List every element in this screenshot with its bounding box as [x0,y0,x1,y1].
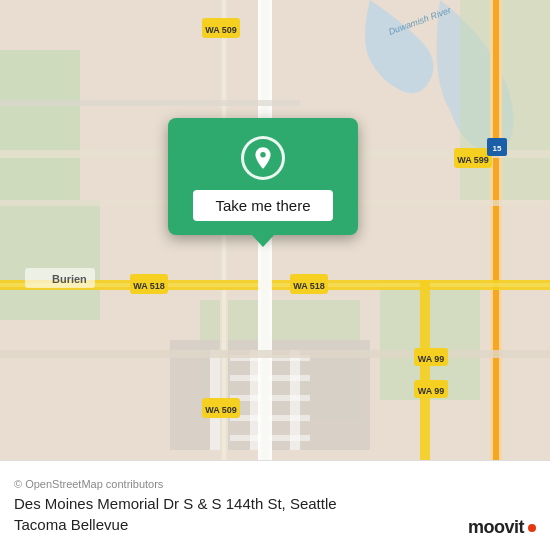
svg-text:WA 99: WA 99 [418,386,445,396]
bottom-bar: © OpenStreetMap contributors Des Moines … [0,460,550,550]
svg-text:WA 99: WA 99 [418,354,445,364]
location-pin-icon [241,136,285,180]
svg-rect-22 [420,280,430,460]
moovit-logo: moovit [468,517,536,538]
svg-rect-16 [493,0,499,460]
svg-rect-28 [0,100,300,106]
take-me-there-button[interactable]: Take me there [193,190,332,221]
svg-rect-27 [0,350,550,358]
svg-rect-5 [460,0,550,200]
copyright-text: © OpenStreetMap contributors [14,478,536,490]
svg-rect-2 [0,200,100,320]
moovit-brand-text: moovit [468,517,524,538]
moovit-dot-icon [528,524,536,532]
svg-point-49 [260,152,265,157]
svg-text:15: 15 [493,144,502,153]
svg-rect-1 [0,50,80,200]
svg-text:WA 518: WA 518 [133,281,165,291]
svg-text:WA 509: WA 509 [205,25,237,35]
svg-text:Burien: Burien [52,273,87,285]
popup-card: Take me there [168,118,358,235]
svg-text:WA 518: WA 518 [293,281,325,291]
svg-text:WA 509: WA 509 [205,405,237,415]
address-text: Des Moines Memorial Dr S & S 144th St, S… [14,494,536,535]
svg-text:WA 599: WA 599 [457,155,489,165]
map-container: WA 509 WA 518 WA 518 WA 599 WA 99 WA 99 … [0,0,550,460]
